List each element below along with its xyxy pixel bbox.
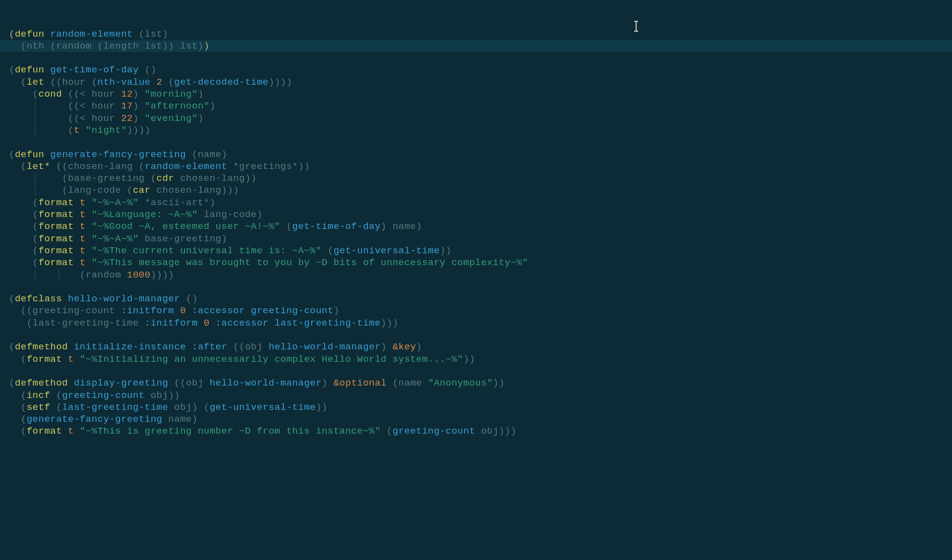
code-token: 0 [204, 318, 210, 329]
code-token: ((< hour [62, 89, 121, 100]
code-token: nth-value [98, 77, 151, 88]
code-line[interactable]: (cond ((< hour 12) "morning") [9, 88, 952, 100]
code-token: last-greeting-time [275, 318, 381, 329]
code-token: ( [62, 173, 68, 184]
code-line[interactable]: (format t "~%~A~%" *ascii-art*) [9, 197, 952, 209]
code-token: "~%This is greeting number ~D from this … [80, 426, 381, 437]
code-token [9, 113, 33, 124]
code-token: ) [381, 341, 393, 352]
code-token: ( [9, 89, 39, 100]
code-line[interactable]: │ ((< hour 17) "afternoon") [9, 100, 952, 112]
code-token: │ [33, 185, 62, 196]
code-line[interactable] [9, 281, 952, 293]
code-token: │ [33, 113, 68, 124]
code-line[interactable]: (defmethod initialize-instance :after ((… [9, 341, 952, 353]
code-token: format [39, 257, 74, 268]
code-line[interactable]: (format t "~%This is greeting number ~D … [9, 425, 952, 437]
code-token: greeting-count [251, 305, 334, 316]
code-line[interactable]: (let ((hour (nth-value 2 (get-decoded-ti… [9, 76, 952, 88]
code-token: "~%Language: ~A~%" [92, 209, 198, 220]
code-line[interactable] [9, 136, 952, 148]
code-token: ( [9, 341, 15, 352]
code-token: ( [9, 233, 39, 244]
code-token: get-universal-time [210, 402, 316, 413]
code-token: get-decoded-time [174, 77, 268, 88]
code-token: format [39, 197, 74, 208]
code-token: let* [27, 161, 51, 172]
code-line[interactable]: (format t "~%Good ~A, esteemed user ~A!~… [9, 221, 952, 232]
code-line[interactable]: ((greeting-count :initform 0 :accessor g… [9, 305, 952, 317]
code-line[interactable]: (defun random-element (lst) [9, 28, 952, 40]
code-token [86, 233, 92, 244]
code-token: lang-code [68, 185, 121, 196]
code-line[interactable]: (nth (random (length lst)) lst)) [0, 40, 952, 52]
code-token: format [39, 221, 74, 232]
code-editor[interactable]: (defun random-element (lst) (nth (random… [0, 0, 952, 438]
code-token: greeting-count [33, 305, 116, 316]
code-line[interactable] [9, 52, 952, 64]
code-line[interactable]: │ │ (random 1000)))) [9, 269, 952, 281]
code-token: ( [68, 125, 74, 136]
code-token [204, 378, 210, 389]
code-token: name [198, 149, 222, 160]
code-line[interactable]: (defclass hello-world-manager () [9, 293, 952, 305]
code-token: "~%~A~%" [92, 233, 139, 244]
code-line[interactable]: (let* ((chosen-lang (random-element *gre… [9, 161, 952, 172]
code-line[interactable]: │ (t "night")))) [9, 124, 952, 136]
code-token: *ascii-art*) [139, 197, 216, 208]
code-line[interactable] [9, 365, 952, 377]
code-line[interactable]: (last-greeting-time :initform 0 :accesso… [9, 317, 952, 329]
code-line[interactable]: (incf (greeting-count obj)) [9, 390, 952, 401]
code-token: obj)) [145, 390, 180, 401]
code-token: generate-fancy-greeting [27, 414, 163, 425]
code-line[interactable]: │ ((< hour 22) "evening") [9, 112, 952, 124]
code-line[interactable]: (format t "~%This message was brought to… [9, 257, 952, 269]
code-line[interactable]: (format t "~%~A~%" base-greeting) [9, 233, 952, 245]
code-line[interactable]: (defmethod display-greeting ((obj hello-… [9, 377, 952, 389]
code-token [86, 245, 92, 256]
code-line[interactable] [9, 329, 952, 341]
code-token: )) [440, 245, 452, 256]
code-line[interactable]: (format t "~%Language: ~A~%" lang-code) [9, 209, 952, 221]
code-token [174, 305, 180, 316]
code-token [44, 149, 50, 160]
code-token [62, 293, 68, 304]
code-line[interactable]: (generate-fancy-greeting name) [9, 413, 952, 425]
code-token: ( [9, 426, 27, 437]
code-token: (( [168, 378, 186, 389]
code-token [74, 426, 80, 437]
code-token [74, 257, 80, 268]
code-token [86, 257, 92, 268]
code-token: name [399, 378, 422, 389]
code-token: chosen-lang [68, 161, 133, 172]
code-line[interactable]: (defun generate-fancy-greeting (name) [9, 149, 952, 161]
code-line[interactable]: │ (base-greeting (cdr chosen-lang)) [9, 172, 952, 184]
code-token: 22 [121, 113, 133, 124]
code-token: initialize-instance [74, 341, 186, 352]
code-token: t [68, 426, 74, 437]
code-token: setf [27, 402, 51, 413]
code-token: )) [463, 354, 475, 365]
code-token [74, 233, 80, 244]
code-token: ) [322, 378, 334, 389]
code-line[interactable]: (defun get-time-of-day () [9, 64, 952, 76]
code-line[interactable]: (format t "~%The current universal time … [9, 245, 952, 257]
code-token: (random [80, 270, 127, 280]
code-token: base-greeting) [139, 233, 228, 244]
code-token: ((< hour [68, 113, 121, 124]
code-token: (( [227, 341, 245, 352]
code-token: )) [493, 378, 505, 389]
code-token: ) [133, 101, 145, 112]
code-line[interactable]: (setf (last-greeting-time obj) (get-univ… [9, 401, 952, 413]
code-token [9, 125, 33, 136]
code-token: get-time-of-day [50, 64, 139, 75]
code-token: ( [62, 185, 68, 196]
code-token: ( [9, 293, 15, 304]
code-line[interactable]: │ (lang-code (car chosen-lang))) [9, 184, 952, 196]
code-line[interactable]: (format t "~%Initializing an unnecessari… [9, 353, 952, 365]
code-token [210, 318, 216, 329]
code-token: format [27, 354, 62, 365]
code-token: ( [9, 64, 15, 75]
code-token [86, 209, 92, 220]
code-token [74, 221, 80, 232]
